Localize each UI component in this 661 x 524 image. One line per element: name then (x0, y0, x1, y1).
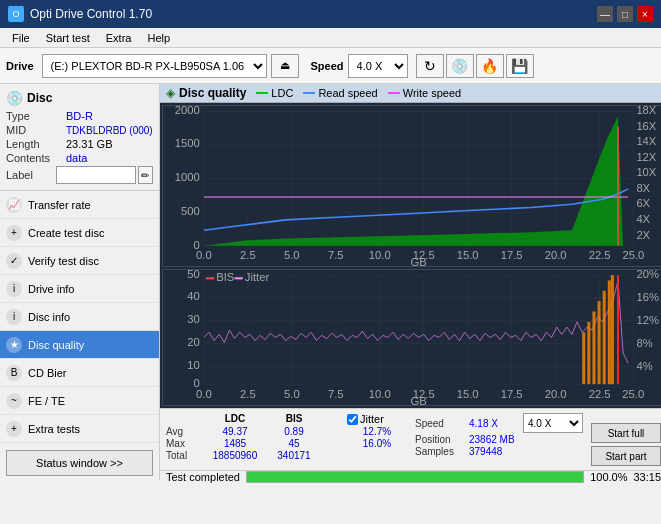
svg-rect-88 (235, 278, 243, 280)
stats-header-bis: BIS (269, 413, 319, 425)
avg-jitter: 12.7% (347, 426, 407, 437)
start-full-button[interactable]: Start full (591, 423, 661, 443)
label-edit-button[interactable]: ✏ (138, 166, 153, 184)
content-area: ◈ Disc quality LDC Read speed Write spee… (160, 84, 661, 480)
disc-quality-icon: ★ (6, 337, 22, 353)
svg-text:2000: 2000 (175, 106, 200, 116)
svg-text:17.5: 17.5 (501, 249, 523, 261)
sidebar-item-disc-info[interactable]: i Disc info (0, 303, 159, 331)
sidebar-item-fe-te[interactable]: ~ FE / TE (0, 387, 159, 415)
save-button[interactable]: 💾 (506, 54, 534, 78)
label-input[interactable] (56, 166, 136, 184)
stats-header-blank (166, 413, 201, 425)
svg-text:BIS: BIS (216, 272, 235, 284)
burn-button[interactable]: 🔥 (476, 54, 504, 78)
menu-extra[interactable]: Extra (98, 30, 140, 46)
max-bis: 45 (269, 438, 319, 449)
speed-label: Speed (311, 60, 344, 72)
menu-help[interactable]: Help (139, 30, 178, 46)
chart-legend: LDC Read speed Write speed (256, 87, 461, 99)
type-value: BD-R (66, 110, 93, 122)
svg-text:2.5: 2.5 (240, 388, 256, 400)
jitter-label: Jitter (360, 413, 384, 425)
svg-text:1500: 1500 (175, 137, 200, 149)
svg-text:0.0: 0.0 (196, 388, 212, 400)
status-text: Test completed (166, 471, 240, 483)
sidebar-item-transfer-rate[interactable]: 📈 Transfer rate (0, 191, 159, 219)
svg-text:2.5: 2.5 (240, 249, 256, 261)
sidebar-item-extra-tests[interactable]: + Extra tests (0, 415, 159, 443)
disc-title: Disc (27, 91, 52, 105)
app-title: Opti Drive Control 1.70 (30, 7, 152, 21)
sidebar-label-disc-info: Disc info (28, 311, 70, 323)
drive-label: Drive (6, 60, 34, 72)
svg-text:10.0: 10.0 (369, 249, 391, 261)
stats-bar: LDC BIS Jitter Avg 49.37 0.89 12.7% (160, 408, 661, 470)
sidebar-label-verify-test-disc: Verify test disc (28, 255, 99, 267)
sidebar-label-disc-quality: Disc quality (28, 339, 84, 351)
write-speed-color (388, 92, 400, 94)
sidebar-item-drive-info[interactable]: i Drive info (0, 275, 159, 303)
charts-area: 0 500 1000 1500 2000 18X 16X 14X 12X 10X… (160, 103, 661, 408)
create-test-disc-icon: + (6, 225, 22, 241)
svg-text:4%: 4% (636, 360, 652, 372)
start-part-button[interactable]: Start part (591, 446, 661, 466)
eject-button[interactable]: ⏏ (271, 54, 299, 78)
svg-text:15.0: 15.0 (457, 249, 479, 261)
close-button[interactable]: × (637, 6, 653, 22)
svg-rect-91 (587, 322, 590, 384)
nav-items: 📈 Transfer rate + Create test disc ✓ Ver… (0, 191, 159, 446)
menu-file[interactable]: File (4, 30, 38, 46)
svg-text:16%: 16% (636, 292, 659, 304)
drive-select[interactable]: (E:) PLEXTOR BD-R PX-LB950SA 1.06 (42, 54, 267, 78)
stats-header-ldc: LDC (205, 413, 265, 425)
disc-button[interactable]: 💿 (446, 54, 474, 78)
sidebar-item-cd-bier[interactable]: B CD Bier (0, 359, 159, 387)
sidebar-label-fe-te: FE / TE (28, 395, 65, 407)
svg-text:10.0: 10.0 (369, 388, 391, 400)
svg-text:12%: 12% (636, 314, 659, 326)
position-value: 23862 MB (469, 434, 539, 445)
svg-text:8%: 8% (636, 337, 652, 349)
svg-text:0.0: 0.0 (196, 249, 212, 261)
window-controls[interactable]: — □ × (597, 6, 653, 22)
status-window-label: Status window >> (36, 457, 123, 469)
svg-text:2X: 2X (636, 228, 650, 240)
app-icon: O (8, 6, 24, 22)
svg-text:20.0: 20.0 (545, 388, 567, 400)
refresh-button[interactable]: ↻ (416, 54, 444, 78)
svg-rect-45 (163, 270, 661, 405)
status-window-button[interactable]: Status window >> (6, 450, 153, 476)
svg-text:Jitter: Jitter (245, 272, 270, 284)
quality-icon: ◈ (166, 86, 175, 100)
bottom-chart-svg: 0 10 20 30 40 50 20% 16% 12% 8% 4% (163, 270, 661, 405)
fe-te-icon: ~ (6, 393, 22, 409)
svg-rect-95 (608, 281, 611, 385)
sidebar-item-create-test-disc[interactable]: + Create test disc (0, 219, 159, 247)
sidebar-item-verify-test-disc[interactable]: ✓ Verify test disc (0, 247, 159, 275)
legend-read-speed-label: Read speed (318, 87, 377, 99)
type-label: Type (6, 110, 66, 122)
svg-text:50: 50 (187, 270, 200, 280)
speed-stat-select[interactable]: 4.0 X (523, 413, 583, 433)
svg-text:22.5: 22.5 (589, 249, 611, 261)
total-jitter (347, 450, 407, 461)
menu-start-test[interactable]: Start test (38, 30, 98, 46)
svg-text:5.0: 5.0 (284, 388, 300, 400)
mid-label: MID (6, 124, 66, 136)
jitter-check-label[interactable]: Jitter (347, 413, 384, 425)
svg-text:18X: 18X (636, 106, 656, 116)
svg-text:7.5: 7.5 (328, 249, 344, 261)
speed-select[interactable]: 4.0 X 1.0 X 2.0 X 6.0 X 8.0 X (348, 54, 408, 78)
svg-rect-86 (206, 278, 214, 280)
sidebar-item-disc-quality[interactable]: ★ Disc quality (0, 331, 159, 359)
maximize-button[interactable]: □ (617, 6, 633, 22)
total-bis: 340171 (269, 450, 319, 461)
speed-stat-value: 4.18 X (469, 418, 519, 429)
svg-text:14X: 14X (636, 135, 656, 147)
svg-text:1000: 1000 (175, 170, 200, 182)
disc-panel: 💿 Disc Type BD-R MID TDKBLDRBD (000) Len… (0, 84, 159, 191)
jitter-checkbox[interactable] (347, 414, 358, 425)
minimize-button[interactable]: — (597, 6, 613, 22)
legend-read-speed: Read speed (303, 87, 377, 99)
